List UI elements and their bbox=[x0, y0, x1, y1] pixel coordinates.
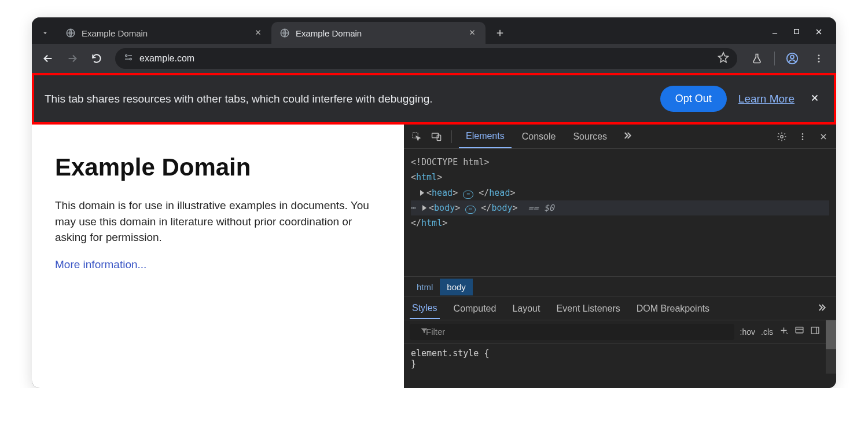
panel-icon bbox=[795, 326, 804, 335]
inspect-element-button[interactable] bbox=[409, 129, 425, 145]
tab-styles[interactable]: Styles bbox=[410, 298, 440, 319]
new-tab-button[interactable] bbox=[490, 23, 510, 43]
reload-icon bbox=[91, 53, 102, 64]
ellipsis-icon[interactable]: ⋯ bbox=[465, 206, 476, 214]
dom-line-html-open[interactable]: <html> bbox=[411, 170, 829, 185]
reload-button[interactable] bbox=[86, 48, 107, 69]
page-content: Example Domain This domain is for use in… bbox=[32, 125, 404, 388]
tab-sources[interactable]: Sources bbox=[566, 126, 614, 148]
divider bbox=[451, 130, 452, 143]
content-row: Example Domain This domain is for use in… bbox=[32, 125, 836, 388]
dom-line-doctype[interactable]: <!DOCTYPE html> bbox=[411, 155, 829, 170]
browser-tab-0[interactable]: Example Domain bbox=[57, 22, 271, 44]
globe-icon bbox=[65, 28, 76, 38]
toolbar-divider bbox=[774, 52, 775, 65]
page-paragraph: This domain is for use in illustrative e… bbox=[55, 198, 381, 246]
devtools-menu-button[interactable] bbox=[795, 129, 811, 145]
cls-toggle[interactable]: .cls bbox=[761, 327, 773, 337]
gear-icon bbox=[777, 131, 787, 142]
expand-arrow-icon[interactable] bbox=[420, 190, 424, 196]
close-icon bbox=[810, 93, 820, 103]
svg-point-14 bbox=[802, 133, 804, 135]
arrow-left-icon bbox=[42, 52, 54, 65]
hov-toggle[interactable]: :hov bbox=[740, 327, 755, 337]
tab-title: Example Domain bbox=[82, 28, 248, 38]
dom-line-body[interactable]: ⋯ <body> ⋯ </body> == $0 bbox=[411, 200, 829, 215]
svg-point-9 bbox=[818, 61, 820, 63]
close-icon bbox=[468, 28, 476, 36]
computed-styles-button[interactable] bbox=[795, 326, 804, 338]
breadcrumb-html[interactable]: html bbox=[410, 279, 440, 295]
devtools-settings-button[interactable] bbox=[774, 129, 790, 145]
more-information-link[interactable]: More information... bbox=[55, 258, 146, 270]
devtools-scrollbar[interactable] bbox=[826, 320, 836, 374]
chevron-down-icon bbox=[41, 29, 49, 37]
chevrons-right-icon bbox=[815, 302, 827, 313]
dom-tree[interactable]: <!DOCTYPE html> <html> <head> ⋯ </head> … bbox=[404, 149, 836, 276]
browser-window: Example Domain Example Domain bbox=[32, 17, 836, 388]
tab-event-listeners[interactable]: Event Listeners bbox=[554, 299, 622, 319]
ellipsis-icon[interactable]: ⋯ bbox=[463, 191, 473, 199]
tab-layout[interactable]: Layout bbox=[510, 299, 542, 319]
shared-resources-infobar: This tab shares resources with other tab… bbox=[32, 73, 836, 125]
dom-line-html-close[interactable]: </html> bbox=[411, 215, 829, 231]
opt-out-button[interactable]: Opt Out bbox=[660, 86, 727, 112]
tab-search-dropdown[interactable] bbox=[36, 24, 54, 42]
learn-more-link[interactable]: Learn More bbox=[738, 93, 795, 105]
infobar-close-button[interactable] bbox=[806, 89, 823, 109]
back-button[interactable] bbox=[38, 48, 58, 69]
dom-breadcrumb: html body bbox=[404, 276, 836, 297]
scrollbar-thumb[interactable] bbox=[826, 320, 836, 349]
svg-point-4 bbox=[130, 59, 131, 60]
dom-line-head[interactable]: <head> ⋯ </head> bbox=[411, 185, 829, 200]
new-style-rule-button[interactable] bbox=[779, 326, 789, 338]
svg-rect-17 bbox=[796, 327, 803, 333]
close-tab-button[interactable] bbox=[254, 28, 263, 38]
experiments-button[interactable] bbox=[745, 47, 768, 70]
forward-button[interactable] bbox=[62, 48, 83, 69]
chevrons-right-icon bbox=[621, 130, 632, 141]
tune-icon bbox=[123, 52, 134, 63]
profile-button[interactable] bbox=[781, 47, 804, 70]
more-tabs-button[interactable] bbox=[617, 126, 636, 147]
sidebar-icon bbox=[810, 326, 820, 335]
breadcrumb-body[interactable]: body bbox=[440, 279, 473, 295]
styles-css-block[interactable]: element.style { } bbox=[404, 343, 826, 374]
url-text: example.com bbox=[139, 53, 712, 64]
menu-button[interactable] bbox=[807, 47, 830, 70]
close-window-button[interactable] bbox=[814, 27, 823, 39]
svg-point-15 bbox=[802, 136, 804, 137]
tab-console[interactable]: Console bbox=[515, 126, 563, 148]
address-bar[interactable]: example.com bbox=[115, 48, 737, 69]
tab-dom-breakpoints[interactable]: DOM Breakpoints bbox=[634, 299, 712, 319]
arrow-right-icon bbox=[66, 52, 79, 65]
globe-icon bbox=[279, 28, 290, 38]
svg-point-13 bbox=[781, 135, 784, 138]
svg-point-3 bbox=[126, 55, 127, 57]
devices-icon bbox=[431, 131, 442, 142]
page-heading: Example Domain bbox=[55, 153, 381, 181]
expand-arrow-icon[interactable] bbox=[422, 205, 426, 211]
svg-point-7 bbox=[818, 54, 820, 56]
svg-point-16 bbox=[802, 138, 804, 140]
bookmark-button[interactable] bbox=[718, 52, 729, 65]
more-styles-tabs-button[interactable] bbox=[812, 298, 830, 319]
devtools-tabbar: Elements Console Sources bbox=[404, 125, 836, 149]
toggle-sidebar-button[interactable] bbox=[810, 326, 820, 338]
browser-tab-1[interactable]: Example Domain bbox=[271, 22, 486, 44]
kebab-icon bbox=[814, 53, 824, 64]
styles-filter-input[interactable] bbox=[410, 324, 734, 340]
minimize-button[interactable] bbox=[771, 27, 779, 39]
svg-point-8 bbox=[818, 58, 820, 60]
tab-computed[interactable]: Computed bbox=[451, 299, 499, 319]
window-controls bbox=[771, 27, 836, 39]
close-icon bbox=[814, 27, 823, 36]
devtools-panel: Elements Console Sources bbox=[404, 125, 836, 388]
device-toolbar-button[interactable] bbox=[428, 129, 444, 145]
tab-elements[interactable]: Elements bbox=[459, 125, 512, 148]
maximize-button[interactable] bbox=[793, 27, 800, 39]
devtools-close-button[interactable] bbox=[815, 129, 832, 145]
site-settings-icon[interactable] bbox=[123, 52, 134, 65]
close-tab-button[interactable] bbox=[468, 28, 477, 38]
toolbar: example.com bbox=[32, 44, 836, 73]
